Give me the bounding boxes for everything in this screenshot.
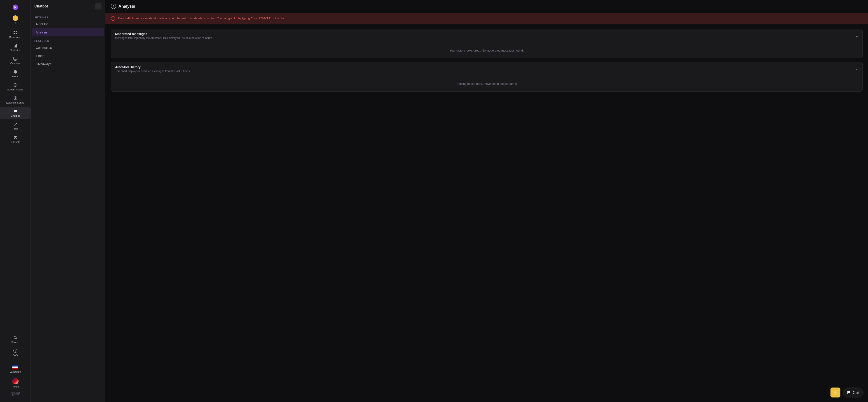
- automod-history-chevron: ▲: [856, 68, 858, 71]
- sidebar-item-profile[interactable]: Profile: [0, 376, 31, 390]
- sidebar-item-label: Stream Assets: [7, 88, 23, 91]
- sidebar-item-tools[interactable]: Tools: [0, 120, 31, 132]
- sidebar-item-chatbot[interactable]: Chatbot: [0, 107, 31, 119]
- stream-assets-icon: [13, 83, 18, 87]
- collapse-button[interactable]: ‹: [95, 3, 101, 9]
- statistics-icon: [13, 43, 18, 48]
- chat-label: Chat: [852, 391, 859, 394]
- automod-history-subtitle: This chart displays moderated messages f…: [115, 70, 191, 73]
- moderated-messages-card: Moderated messages Messages intercepted …: [111, 29, 863, 58]
- sidebar-item-label: Statistics: [10, 49, 20, 52]
- main-content: ? Analysis ! The chatbot needs a moderat…: [105, 0, 868, 402]
- sidebar-item-label: Language: [10, 370, 21, 373]
- analysis-help-icon: ?: [111, 4, 116, 9]
- automod-history-title: AutoMod History: [115, 65, 191, 69]
- alerts-icon: [13, 70, 18, 74]
- middle-section-features: FEATURES Commands Timers Giveaways: [31, 36, 105, 68]
- svg-rect-2: [13, 33, 15, 34]
- sidebar-item-overlays[interactable]: Overlays: [0, 54, 31, 67]
- sidebar-item-alerts[interactable]: Alerts: [0, 67, 31, 80]
- stream-status: 0: [13, 16, 18, 24]
- warning-float-icon: ⚠: [834, 390, 837, 395]
- middle-nav-analysis[interactable]: Analysis: [32, 28, 104, 36]
- sidebar-item-label: Overlays: [10, 62, 20, 65]
- moderated-messages-header[interactable]: Moderated messages Messages intercepted …: [111, 29, 862, 43]
- sidebar-item-search[interactable]: Search: [0, 333, 31, 346]
- middle-panel: Chatbot ‹ SETTINGS AutoMod Analysis FEAT…: [31, 0, 105, 402]
- warning-float-button[interactable]: ⚠: [831, 388, 840, 398]
- svg-text:?: ?: [15, 349, 16, 352]
- sidebar-item-label: FAQ: [13, 354, 18, 357]
- svg-rect-0: [13, 31, 15, 32]
- moderated-messages-empty: Your history looks great. No moderated m…: [115, 47, 858, 55]
- sidebar-divider: [3, 331, 28, 331]
- profile-label: Profile: [12, 385, 19, 388]
- sidebar-item-dashboard[interactable]: Dashboard: [0, 28, 31, 41]
- sidebar-item-stream-assets[interactable]: Stream Assets: [0, 81, 31, 93]
- chatbot-icon: [13, 109, 18, 114]
- middle-panel-header: Chatbot ‹: [31, 0, 105, 13]
- sidebar-divider-2: [3, 361, 28, 361]
- faq-icon: ?: [13, 348, 18, 353]
- svg-rect-3: [16, 33, 17, 34]
- warning-circle-icon: !: [111, 16, 115, 21]
- language-icon: [12, 365, 18, 369]
- middle-nav-commands[interactable]: Commands: [32, 43, 104, 52]
- middle-nav-timers[interactable]: Timers: [32, 52, 104, 60]
- moderated-messages-chevron: ▲: [856, 34, 858, 37]
- status-indicator: [13, 16, 18, 21]
- moderated-messages-title: Moderated messages: [115, 32, 213, 36]
- svg-rect-5: [15, 45, 16, 48]
- svg-rect-4: [14, 46, 14, 48]
- automod-history-header[interactable]: AutoMod History This chart displays mode…: [111, 62, 862, 76]
- middle-nav-giveaways[interactable]: Giveaways: [32, 60, 104, 68]
- tutorials-icon: [13, 135, 18, 140]
- automod-history-title-group: AutoMod History This chart displays mode…: [115, 65, 191, 73]
- sidebar-item-language[interactable]: Language: [0, 363, 31, 375]
- main-page-title: Analysis: [119, 4, 135, 9]
- search-icon: [13, 335, 18, 340]
- sidebar-item-label: Epidemic Sound: [6, 101, 24, 104]
- epidemic-sound-icon: [13, 96, 18, 100]
- sidebar-item-label: Chatbot: [11, 115, 20, 117]
- sidebar-item-statistics[interactable]: Statistics: [0, 41, 31, 54]
- automod-history-card: AutoMod History This chart displays mode…: [111, 62, 863, 92]
- app-logo[interactable]: [11, 3, 20, 12]
- sidebar-item-label: Search: [11, 341, 19, 343]
- sidebar-bottom: Search ? FAQ Language Profile v54a35af I…: [0, 330, 31, 399]
- svg-rect-6: [16, 44, 17, 48]
- warning-banner: ! The chatbot needs a moderator role on …: [105, 13, 868, 24]
- chat-button[interactable]: Chat: [843, 388, 864, 398]
- sidebar-item-label: Tutorials: [11, 141, 20, 143]
- main-header: ? Analysis: [105, 0, 868, 13]
- moderated-messages-title-group: Moderated messages Messages intercepted …: [115, 32, 213, 39]
- profile-avatar: [12, 378, 19, 384]
- bottom-right-actions: ⚠ Chat: [831, 388, 864, 398]
- sidebar-item-label: Tools: [12, 127, 18, 130]
- sidebar-nav: Dashboard Statistics Overlays Alert: [0, 28, 31, 330]
- tools-icon: [13, 122, 18, 127]
- sidebar-item-label: Dashboard: [9, 36, 22, 38]
- moderated-messages-body: Your history looks great. No moderated m…: [111, 43, 862, 58]
- svg-point-10: [15, 97, 16, 99]
- moderated-messages-subtitle: Messages intercepted by the AutoMod. Thi…: [115, 36, 213, 39]
- viewer-count: 0: [14, 22, 16, 24]
- cards-area: Moderated messages Messages intercepted …: [105, 24, 868, 96]
- sidebar-item-faq[interactable]: ? FAQ: [0, 346, 31, 359]
- automod-history-body: Nothing to see here, move along and stre…: [111, 76, 862, 91]
- middle-panel-title: Chatbot: [34, 4, 48, 8]
- dashboard-icon: [13, 30, 18, 35]
- sidebar-item-label: Alerts: [12, 75, 18, 78]
- middle-section-settings: SETTINGS AutoMod Analysis: [31, 13, 105, 36]
- svg-rect-1: [16, 31, 17, 32]
- sidebar: 0 Dashboard Statistics: [0, 0, 31, 402]
- sidebar-item-tutorials[interactable]: Tutorials: [0, 133, 31, 146]
- settings-section-label: SETTINGS: [31, 13, 105, 20]
- svg-rect-7: [13, 57, 17, 60]
- middle-nav-automod[interactable]: AutoMod: [32, 20, 104, 28]
- automod-history-empty: Nothing to see here, move along and stre…: [115, 80, 858, 88]
- overlays-icon: [13, 57, 18, 61]
- sidebar-item-epidemic-sound[interactable]: Epidemic Sound: [0, 94, 31, 106]
- version-info: v54a35af ID: 172: [10, 391, 21, 398]
- chat-bubble-icon: [847, 391, 850, 394]
